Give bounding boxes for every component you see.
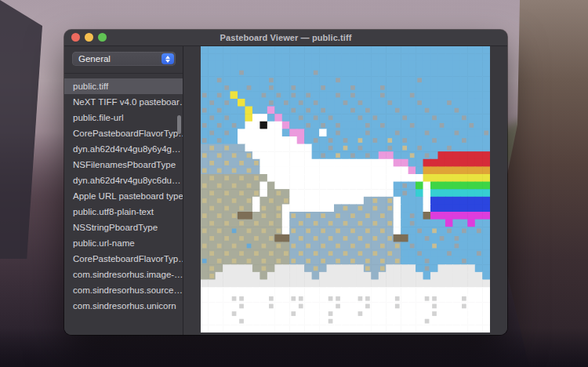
sidebar: General public.tiffNeXT TIFF v4.0 pasteb… — [64, 46, 183, 335]
sidebar-item-public-utf8-plain-text[interactable]: public.utf8-plain-text — [64, 204, 183, 220]
sidebar-item-nsfilenamespboardtype[interactable]: NSFilenamesPboardType — [64, 157, 183, 173]
traffic-lights — [71, 33, 107, 42]
wallpaper-green-ridge — [494, 118, 588, 173]
chevron-up-down-icon — [162, 53, 174, 64]
pasteboard-type-list: public.tiffNeXT TIFF v4.0 pasteboar…publ… — [64, 78, 183, 314]
pasteboard-viewer-window: Pasteboard Viewer — public.tiff General … — [64, 30, 507, 335]
zoom-button[interactable] — [98, 33, 107, 42]
pasteboard-select[interactable]: General — [72, 52, 176, 66]
close-button[interactable] — [71, 33, 80, 42]
sidebar-item-com-sindresorhus-unicorn[interactable]: com.sindresorhus.unicorn — [64, 298, 183, 314]
window-title: Pasteboard Viewer — public.tiff — [64, 30, 507, 45]
sidebar-item-dyn-ah62d4rv4gu8yc6du[interactable]: dyn.ah62d4rv4gu8yc6du… — [64, 173, 183, 188]
window-body: General public.tiffNeXT TIFF v4.0 pasteb… — [64, 46, 507, 335]
sidebar-item-dyn-ah62d4rv4gu8y6y4g[interactable]: dyn.ah62d4rv4gu8y6y4g… — [64, 141, 183, 157]
sidebar-item-corepasteboardflavortyp[interactable]: CorePasteboardFlavorTyp… — [64, 125, 183, 141]
sidebar-item-apple-url-pasteboard-type[interactable]: Apple URL pasteboard type — [64, 188, 183, 204]
sidebar-item-next-tiff-v4-0-pasteboar[interactable]: NeXT TIFF v4.0 pasteboar… — [64, 94, 183, 110]
content-area — [183, 46, 507, 335]
sidebar-item-public-tiff[interactable]: public.tiff — [64, 78, 183, 94]
pasteboard-select-value: General — [72, 54, 162, 64]
window-titlebar[interactable]: Pasteboard Viewer — public.tiff — [64, 30, 507, 46]
sidebar-item-public-file-url[interactable]: public.file-url — [64, 110, 183, 125]
sidebar-divider — [64, 73, 183, 74]
sidebar-item-corepasteboardflavortyp[interactable]: CorePasteboardFlavorTyp… — [64, 251, 183, 267]
sidebar-item-com-sindresorhus-image[interactable]: com.sindresorhus.image-… — [64, 267, 183, 282]
sidebar-item-nsstringpboardtype[interactable]: NSStringPboardType — [64, 220, 183, 235]
pasteboard-image-preview — [201, 46, 490, 332]
desktop-wallpaper: Pasteboard Viewer — public.tiff General … — [0, 0, 588, 367]
sidebar-item-public-url-name[interactable]: public.url-name — [64, 235, 183, 251]
sidebar-item-com-sindresorhus-source[interactable]: com.sindresorhus.source… — [64, 282, 183, 298]
minimize-button[interactable] — [85, 33, 93, 42]
wallpaper-cliff-left — [0, 0, 71, 259]
sidebar-scrollbar-thumb[interactable] — [177, 115, 181, 134]
